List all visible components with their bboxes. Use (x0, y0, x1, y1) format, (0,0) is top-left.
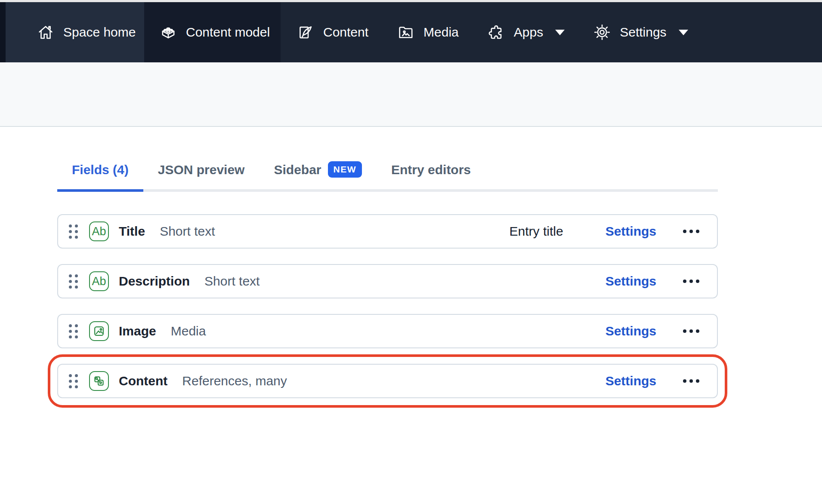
reference-field-icon (92, 374, 106, 388)
more-actions-button[interactable] (683, 327, 699, 335)
field-settings-link[interactable]: Settings (606, 224, 656, 239)
drag-handle-icon[interactable] (69, 224, 78, 239)
home-icon (37, 23, 55, 41)
nav-menu-apps-label: Apps (514, 25, 543, 40)
tab-sidebar[interactable]: Sidebar NEW (259, 153, 377, 192)
field-settings-link[interactable]: Settings (606, 274, 656, 289)
row-actions: Settings (606, 374, 717, 388)
nav-tab-media-label: Media (423, 25, 459, 40)
field-row: Content References, many Settings (57, 364, 718, 398)
field-name: Description (119, 274, 190, 289)
nav-left-rail (0, 2, 6, 62)
field-type: Short text (204, 274, 260, 289)
content-model-icon (159, 23, 177, 41)
tab-fields[interactable]: Fields (4) (57, 153, 143, 192)
row-actions: Settings (606, 274, 717, 289)
content-type-editor: Fields (4) JSON preview Sidebar NEW Entr… (0, 153, 822, 398)
content-icon (297, 23, 315, 41)
field-type: Short text (160, 224, 215, 239)
drag-handle-icon[interactable] (69, 274, 78, 289)
settings-gear-icon (593, 23, 611, 41)
nav-space-home-label: Space home (63, 25, 136, 40)
settings-caret-icon (679, 30, 688, 35)
field-type: References, many (182, 374, 287, 388)
nav-space-home[interactable]: Space home (6, 2, 144, 62)
field-name: Content (119, 374, 167, 388)
field-name: Title (119, 224, 145, 239)
tab-sidebar-label: Sidebar (274, 163, 321, 177)
field-type: Media (171, 324, 206, 338)
top-navigation: Space home Content model Content (0, 2, 822, 62)
field-type-icon (89, 371, 109, 391)
media-icon (397, 23, 415, 41)
more-actions-button[interactable] (683, 377, 699, 385)
field-row: Ab Title Short text Entry title Se (57, 214, 718, 249)
apps-icon (487, 23, 505, 41)
new-badge: NEW (328, 161, 362, 178)
text-field-icon: Ab (92, 225, 106, 238)
more-actions-button[interactable] (683, 277, 699, 286)
field-type-icon: Ab (89, 221, 109, 241)
nav-tab-media[interactable]: Media (397, 23, 459, 41)
nav-tab-content[interactable]: Content (297, 23, 368, 41)
nav-menu-settings[interactable]: Settings (593, 23, 688, 41)
drag-handle-icon[interactable] (69, 324, 78, 338)
field-settings-link[interactable]: Settings (606, 374, 656, 388)
field-name: Image (119, 324, 156, 338)
text-field-icon: Ab (92, 275, 106, 288)
tab-fields-label: Fields (4) (72, 163, 129, 177)
field-settings-link[interactable]: Settings (606, 324, 656, 338)
nav-items: Content Media Apps Settings (281, 2, 822, 62)
page-subheader (0, 62, 822, 127)
field-list: Ab Title Short text Entry title Se (57, 214, 718, 398)
nav-tab-content-model-label: Content model (186, 25, 270, 40)
field-type-icon (89, 321, 109, 341)
field-row: Ab Description Short text Setting (57, 264, 718, 298)
editor-tabs: Fields (4) JSON preview Sidebar NEW Entr… (57, 153, 718, 192)
drag-handle-icon[interactable] (69, 374, 78, 388)
nav-menu-settings-label: Settings (620, 25, 666, 40)
row-actions: Settings (606, 324, 717, 338)
tab-json-preview-label: JSON preview (158, 163, 245, 177)
tab-entry-editors-label: Entry editors (391, 163, 471, 177)
nav-tab-content-label: Content (323, 25, 368, 40)
media-field-icon (92, 324, 106, 338)
entry-title-indicator: Entry title (510, 224, 563, 239)
tab-json-preview[interactable]: JSON preview (143, 153, 260, 192)
apps-caret-icon (555, 30, 565, 35)
row-actions: Entry title Settings (510, 224, 717, 239)
more-actions-button[interactable] (683, 227, 699, 236)
field-type-icon: Ab (89, 271, 109, 291)
nav-menu-apps[interactable]: Apps (487, 23, 565, 41)
field-row: Image Media Settings (57, 314, 718, 348)
tab-entry-editors[interactable]: Entry editors (377, 153, 485, 192)
nav-tab-content-model[interactable]: Content model (144, 2, 281, 62)
